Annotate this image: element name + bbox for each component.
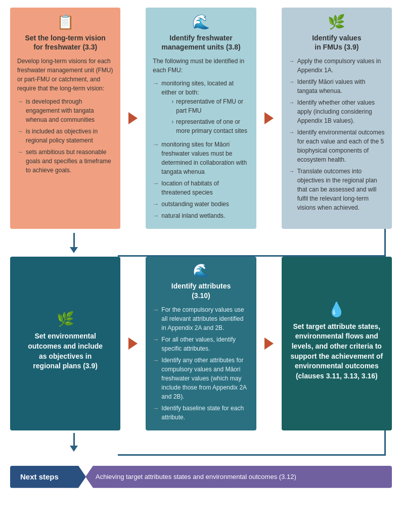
- fmu-bullet-2: → monitoring sites for Māori freshwater …: [153, 140, 249, 176]
- box-target-states: 💧 Set target attribute states, environme…: [282, 257, 392, 430]
- box-attributes-content: → For the compulsory values use all rele…: [153, 305, 249, 422]
- box-attributes-header: 🌊 Identify attributes (3.10): [153, 263, 249, 300]
- arrow-icon-fmu-4: →: [153, 200, 159, 209]
- fmu-bullet-4-text: outstanding water bodies: [161, 200, 229, 209]
- box-vision-content: Develop long-term visions for each fresh…: [17, 57, 113, 175]
- arrow-attr-3: →: [153, 356, 159, 365]
- bottom-connector-section: [10, 430, 392, 456]
- fmu-sub-2: › representative of one or more primary …: [171, 117, 249, 135]
- down-arrow-head: [70, 247, 78, 253]
- down-arrow-connector-2: [70, 433, 78, 452]
- values-icon: 🌿: [289, 14, 385, 30]
- values-bullet-4-text: Identify environmental outcomes for each…: [297, 128, 385, 164]
- arrow-icon-fmu-5: →: [153, 211, 159, 220]
- chevron-2: ›: [171, 117, 173, 135]
- box-values: 🌿 Identify values in FMUs (3.9) → Apply …: [282, 8, 392, 229]
- attr-bullet-4-text: Identify baseline state for each attribu…: [161, 404, 249, 422]
- attr-bullet-1-text: For the compulsory values use all releva…: [161, 305, 249, 332]
- values-bullet-3-text: Identify whether other values apply (inc…: [297, 98, 385, 125]
- main-wrapper: 📋 Set the long-term vision for freshwate…: [0, 0, 402, 496]
- values-bullet-1: → Apply the compulsory values in Appendi…: [289, 57, 385, 75]
- fmu-bullet-2-text: monitoring sites for Māori freshwater va…: [161, 140, 249, 176]
- arrow-icon-fmu-3: →: [153, 179, 159, 188]
- arrow-attr-1: →: [153, 305, 159, 314]
- down-arrow-connector: [70, 233, 78, 253]
- attr-bullet-3: → Identify any other attributes for comp…: [153, 356, 249, 401]
- fmu-bullet-3-text: location of habitats of threatened speci…: [161, 179, 249, 197]
- box-attributes: 🌊 Identify attributes (3.10) → For the c…: [146, 257, 256, 430]
- down-arrow-line: [73, 233, 75, 247]
- attr-bullet-4: → Identify baseline state for each attri…: [153, 404, 249, 422]
- values-bullet-2-text: Identify Māori values with tangata whenu…: [297, 77, 385, 95]
- attr-bullet-3-text: Identify any other attributes for compul…: [161, 356, 249, 401]
- next-steps-label: Next steps: [10, 466, 86, 488]
- box-values-header: 🌿 Identify values in FMUs (3.9): [289, 14, 385, 52]
- arrow-icon-fmu-2: →: [153, 140, 159, 149]
- vision-bullet-3-text: sets ambitious but reasonable goals and …: [26, 148, 113, 175]
- arrow-icon-3: →: [17, 148, 23, 157]
- row-connector-section: [10, 229, 392, 257]
- fmu-bullet-5-text: natural inland wetlands.: [161, 211, 225, 220]
- arrow-icon-v-3: →: [289, 98, 295, 107]
- arrow-icon-2: →: [17, 127, 23, 136]
- connector2-bottom-horiz: [118, 454, 386, 456]
- values-bullet-5: → Translate outcomes into objectives in …: [289, 167, 385, 212]
- fmu-sub-1-text: representative of FMU or part FMU: [176, 97, 249, 115]
- vision-bullet-3: → sets ambitious but reasonable goals an…: [17, 148, 113, 175]
- box-target-title: Set target attribute states, environment…: [289, 322, 385, 381]
- fmu-bullet-3: → location of habitats of threatened spe…: [153, 179, 249, 197]
- values-bullet-4: → Identify environmental outcomes for ea…: [289, 128, 385, 164]
- attr-bullet-1: → For the compulsory values use all rele…: [153, 305, 249, 332]
- h-arrow-shape-2: [264, 112, 274, 124]
- vision-bullet-1: → is developed through engagement with t…: [17, 97, 113, 124]
- bottom-row: 🌿 Set environmental outcomes and include…: [10, 257, 392, 430]
- values-bullet-2: → Identify Māori values with tangata whe…: [289, 77, 385, 95]
- vision-intro: Develop long-term visions for each fresh…: [17, 57, 113, 93]
- box-values-title: Identify values in FMUs (3.9): [289, 33, 385, 52]
- box-fmu-title: Identify freshwater management units (3.…: [153, 33, 249, 52]
- box-env-outcomes: 🌿 Set environmental outcomes and include…: [10, 257, 120, 430]
- box-fmu: 🌊 Identify freshwater management units (…: [146, 8, 256, 229]
- h-arrow-shape-1: [128, 112, 138, 124]
- fmu-icon: 🌊: [153, 14, 249, 30]
- arrow-attr-4: →: [153, 404, 159, 413]
- arrow-4-to-5: [125, 257, 141, 430]
- target-icon: 💧: [328, 301, 345, 318]
- fmu-bullet-4: → outstanding water bodies: [153, 200, 249, 209]
- h-arrow-shape-3: [128, 337, 138, 350]
- box-vision: 📋 Set the long-term vision for freshwate…: [10, 8, 120, 229]
- down-arrow-line-2: [73, 433, 75, 446]
- connector2-right-vert: [384, 430, 386, 456]
- fmu-bullet-1: → monitoring sites, located at either or…: [153, 79, 249, 137]
- arrow-icon-v-1: →: [289, 57, 295, 66]
- box-fmu-content: The following must be identified in each…: [153, 57, 249, 220]
- arrow-attr-2: →: [153, 335, 159, 344]
- h-arrow-shape-4: [264, 337, 274, 350]
- arrow-5-to-6: [261, 257, 277, 430]
- values-bullet-1-text: Apply the compulsory values in Appendix …: [297, 57, 385, 75]
- vision-icon: 📋: [17, 14, 113, 30]
- values-bullet-5-text: Translate outcomes into objectives in th…: [297, 167, 385, 212]
- box-attributes-title: Identify attributes (3.10): [153, 281, 249, 300]
- attr-bullet-2-text: For all other values, identify specific …: [161, 335, 249, 353]
- vision-bullet-2: → is included as objectives in regional …: [17, 127, 113, 145]
- fmu-bullet-5: → natural inland wetlands.: [153, 211, 249, 220]
- arrow-icon-v-2: →: [289, 77, 295, 86]
- arrow-icon-fmu-1: →: [153, 79, 159, 88]
- connector-right-vert: [384, 229, 386, 257]
- fmu-bullet-1-text: monitoring sites, located at either or b…: [161, 80, 234, 96]
- next-steps-bar: Next steps Achieving target attributes s…: [10, 466, 392, 488]
- box-fmu-header: 🌊 Identify freshwater management units (…: [153, 14, 249, 52]
- box-vision-title: Set the long-term vision for freshwater …: [17, 33, 113, 52]
- attributes-icon: 🌊: [153, 263, 249, 278]
- fmu-intro: The following must be identified in each…: [153, 57, 249, 75]
- vision-bullet-2-text: is included as objectives in regional po…: [26, 127, 113, 145]
- fmu-bullet-1-block: monitoring sites, located at either or b…: [161, 79, 249, 137]
- down-arrow-head-2: [70, 446, 78, 452]
- env-outcomes-icon: 🌿: [57, 311, 74, 327]
- box-env-outcomes-title: Set environmental outcomes and include a…: [28, 331, 103, 371]
- box-values-content: → Apply the compulsory values in Appendi…: [289, 57, 385, 212]
- chevron-1: ›: [171, 97, 173, 115]
- arrow-icon-1: →: [17, 97, 23, 106]
- arrow-icon-v-5: →: [289, 167, 295, 176]
